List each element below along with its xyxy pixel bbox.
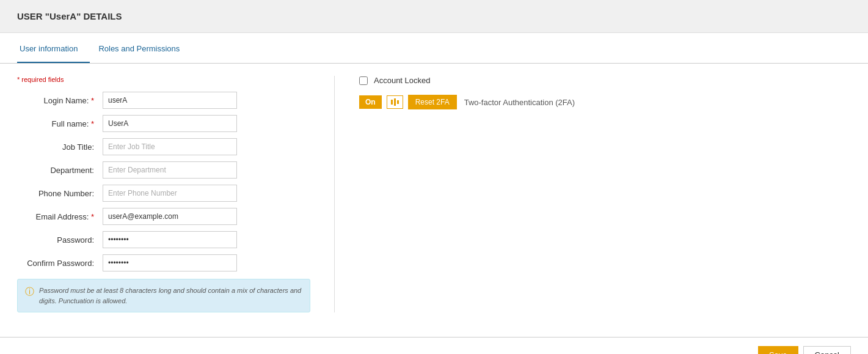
twofa-toggle-on-button[interactable]: On [359,95,382,109]
reset-2fa-button[interactable]: Reset 2FA [408,95,457,109]
twofa-description: Two-factor Authentication (2FA) [464,98,575,107]
phone-number-row: Phone Number: [17,185,316,202]
job-title-row: Job Title: [17,138,316,155]
tab-user-information[interactable]: User information [17,33,90,63]
email-address-input[interactable] [103,208,237,225]
info-icon: ⓘ [25,286,34,298]
account-locked-label: Account Locked [374,76,431,85]
tabs-container: User information Roles and Permissions [0,33,868,64]
full-name-label: Full name: * [17,119,103,128]
content-area: * required fields Login Name: * Full nam… [0,64,868,325]
email-address-label: Email Address: * [17,212,103,221]
department-input[interactable] [103,161,237,179]
job-title-input[interactable] [103,138,237,155]
footer: Save Cancel [0,337,868,354]
confirm-password-input[interactable] [103,254,237,271]
password-input[interactable] [103,231,237,248]
page-title: USER "UserA" DETAILS [17,11,851,21]
phone-number-input[interactable] [103,185,237,202]
password-row: Password: [17,231,316,248]
phone-number-label: Phone Number: [17,189,103,198]
login-name-input[interactable] [103,92,237,109]
login-name-label: Login Name: * [17,96,103,105]
password-hint-text: Password must be at least 8 characters l… [39,286,302,306]
save-button[interactable]: Save [758,346,798,354]
tab-roles-permissions[interactable]: Roles and Permissions [96,33,192,63]
confirm-password-row: Confirm Password: [17,254,316,271]
job-title-label: Job Title: [17,142,103,152]
page-header: USER "UserA" DETAILS [0,0,868,33]
department-row: Department: [17,161,316,179]
email-address-row: Email Address: * [17,208,316,225]
full-name-input[interactable] [103,115,237,132]
password-label: Password: [17,235,103,245]
account-locked-row: Account Locked [359,76,851,85]
department-label: Department: [17,166,103,175]
required-note: * required fields [17,76,316,83]
full-name-row: Full name: * [17,115,316,132]
twofa-row: On Reset 2FA Two-factor Authentication (… [359,95,851,109]
right-panel: Account Locked On Reset 2FA Two-factor A… [335,76,851,312]
confirm-password-label: Confirm Password: [17,259,103,268]
password-hint-box: ⓘ Password must be at least 8 characters… [17,279,310,312]
account-locked-checkbox[interactable] [359,76,368,85]
cancel-button[interactable]: Cancel [803,346,851,354]
left-panel: * required fields Login Name: * Full nam… [17,76,335,312]
twofa-toggle-bars[interactable] [387,95,403,109]
login-name-row: Login Name: * [17,92,316,109]
